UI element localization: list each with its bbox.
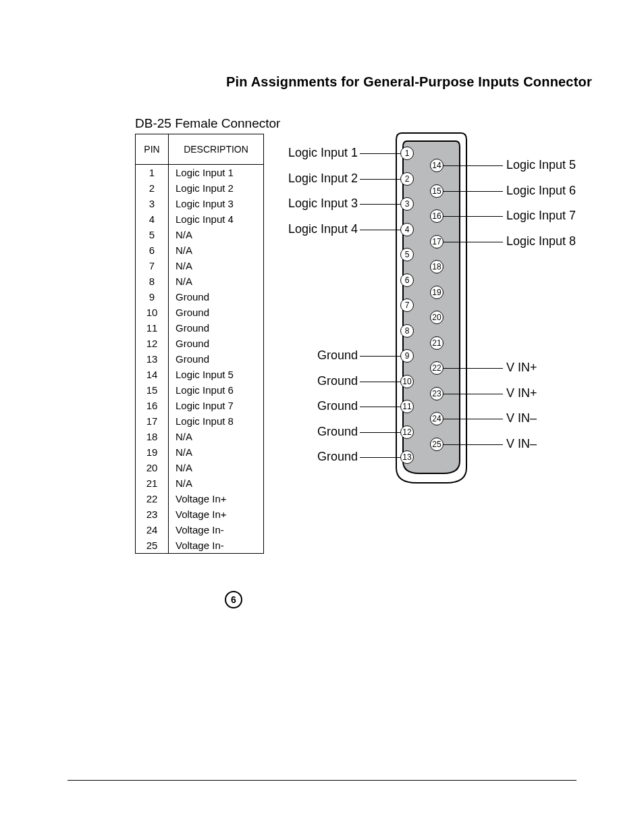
pin-label-right: Logic Input 8 [506,234,601,249]
table-cell-desc: Ground [169,289,264,305]
pin-circle: 5 [400,248,414,261]
leader-line [444,444,503,445]
table-row: 9Ground [136,289,264,305]
table-cell-desc: Logic Input 6 [169,382,264,398]
footer-divider [68,780,576,781]
table-row: 21N/A [136,475,264,491]
table-row: 20N/A [136,460,264,475]
table-row: 14Logic Input 5 [136,367,264,382]
pin-label-left: Logic Input 4 [280,222,358,236]
leader-line [360,457,400,458]
table-cell-pin: 1 [136,165,169,181]
table-row: 5N/A [136,227,264,242]
table-cell-desc: Voltage In- [169,522,264,538]
pin-label-left: Logic Input 1 [280,146,358,160]
pin-circle: 10 [400,375,414,388]
pin-circle: 7 [400,298,414,312]
table-cell-pin: 8 [136,273,169,289]
table-row: 17Logic Input 8 [136,413,264,429]
pin-label-left: Ground [280,425,358,439]
leader-line [444,216,503,217]
pin-label-right: Logic Input 5 [506,158,601,172]
table-cell-desc: Logic Input 1 [169,165,264,181]
table-cell-desc: Logic Input 5 [169,367,264,382]
table-cell-desc: Ground [169,336,264,351]
table-cell-pin: 25 [136,538,169,554]
pin-circle: 12 [400,425,414,439]
table-row: 16Logic Input 7 [136,398,264,413]
page-number-badge: 6 [225,591,242,608]
table-row: 23Voltage In+ [136,506,264,522]
pin-circle: 25 [430,438,444,451]
pin-circle: 19 [430,286,444,299]
table-cell-pin: 4 [136,211,169,227]
pin-circle: 14 [430,159,444,172]
table-cell-desc: Logic Input 3 [169,196,264,211]
table-cell-pin: 13 [136,351,169,367]
pin-label-left: Logic Input 2 [280,172,358,186]
leader-line [444,419,503,419]
table-cell-pin: 22 [136,491,169,506]
table-row: 24Voltage In- [136,522,264,538]
pin-circle: 15 [430,184,444,198]
leader-line [360,179,400,180]
table-cell-pin: 9 [136,289,169,305]
table-cell-pin: 23 [136,506,169,522]
table-row: 6N/A [136,242,264,258]
leader-line [444,368,503,369]
table-cell-pin: 18 [136,429,169,444]
pin-circle: 16 [430,209,444,223]
pin-label-right: Logic Input 7 [506,209,601,223]
pin-circle: 23 [430,387,444,400]
pin-circle: 24 [430,412,444,425]
table-cell-desc: N/A [169,444,264,460]
leader-line [444,242,503,242]
table-cell-desc: Ground [169,320,264,336]
table-cell-desc: N/A [169,429,264,444]
table-row: 15Logic Input 6 [136,382,264,398]
pin-circle: 1 [400,147,414,160]
pin-circle: 2 [400,172,414,186]
table-cell-pin: 7 [136,258,169,273]
leader-line [360,382,400,382]
leader-line [444,165,503,166]
pin-circle: 18 [430,260,444,273]
table-cell-pin: 2 [136,180,169,196]
pin-label-left: Ground [280,450,358,464]
pin-label-left: Ground [280,399,358,413]
pin-circle: 9 [400,349,414,363]
table-row: 11Ground [136,320,264,336]
table-row: 22Voltage In+ [136,491,264,506]
pin-circle: 4 [400,223,414,236]
table-header-pin: PIN [136,134,169,165]
table-row: 18N/A [136,429,264,444]
table-row: 3Logic Input 3 [136,196,264,211]
connector-subtitle: DB-25 Female Connector [135,116,280,131]
table-cell-desc: Voltage In- [169,538,264,554]
pin-circle: 17 [430,235,444,249]
table-cell-pin: 11 [136,320,169,336]
pin-label-right: V IN+ [506,361,601,375]
leader-line [360,230,400,230]
table-cell-desc: N/A [169,475,264,491]
table-cell-pin: 21 [136,475,169,491]
table-row: 10Ground [136,305,264,320]
leader-line [360,153,400,154]
table-cell-pin: 15 [136,382,169,398]
table-row: 4Logic Input 4 [136,211,264,227]
table-cell-pin: 19 [136,444,169,460]
table-cell-desc: Logic Input 8 [169,413,264,429]
table-cell-desc: Logic Input 4 [169,211,264,227]
table-row: 13Ground [136,351,264,367]
table-cell-pin: 10 [136,305,169,320]
table-row: 1Logic Input 1 [136,165,264,181]
leader-line [360,356,400,357]
table-cell-desc: Logic Input 2 [169,180,264,196]
pin-label-left: Ground [280,374,358,388]
table-row: 7N/A [136,258,264,273]
table-cell-desc: Ground [169,351,264,367]
table-cell-desc: N/A [169,227,264,242]
pin-circle: 8 [400,324,414,338]
table-cell-desc: N/A [169,258,264,273]
pin-circle: 21 [430,336,444,350]
